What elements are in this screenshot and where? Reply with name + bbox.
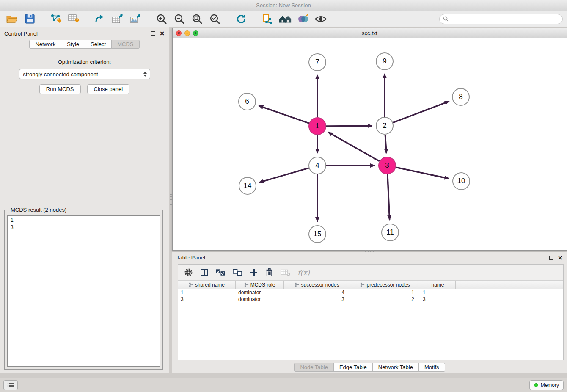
task-history-button[interactable]: [3, 380, 18, 390]
graph-edge-2-8[interactable]: [393, 101, 449, 122]
cell-successor-nodes[interactable]: 4: [284, 290, 350, 295]
graph-edge-2-3[interactable]: [385, 135, 386, 153]
deselect-all-button[interactable]: [233, 269, 242, 276]
open-session-button[interactable]: [4, 12, 19, 26]
tab-motifs[interactable]: Motifs: [418, 363, 445, 372]
graph-node-7[interactable]: 7: [308, 53, 326, 71]
float-panel-icon[interactable]: [151, 31, 155, 36]
table-row[interactable]: 3 dominator 3 2 3: [178, 296, 563, 303]
delete-column-button[interactable]: [265, 268, 273, 277]
close-panel-icon[interactable]: ✕: [160, 31, 165, 36]
mcds-result-list[interactable]: 1 3: [7, 215, 160, 367]
app-title: Session: New Session: [256, 2, 311, 8]
graph-edge-1-2[interactable]: [326, 126, 372, 126]
import-network-button[interactable]: [48, 12, 63, 26]
zoom-selected-button[interactable]: [207, 12, 223, 26]
minimize-window-button[interactable]: −: [184, 30, 190, 36]
close-table-panel-icon[interactable]: ✕: [558, 256, 563, 260]
refresh-button[interactable]: [234, 12, 249, 26]
graph-node-14[interactable]: 14: [239, 177, 256, 195]
global-search[interactable]: [439, 14, 563, 24]
zoom-out-button[interactable]: [172, 12, 187, 26]
close-panel-button[interactable]: Close panel: [87, 84, 130, 94]
import-table-button[interactable]: [66, 12, 81, 26]
select-all-button[interactable]: [216, 269, 226, 276]
tab-network[interactable]: Network: [29, 40, 61, 49]
cell-mcds-role[interactable]: dominator: [236, 290, 284, 295]
cell-shared-name[interactable]: 1: [178, 290, 236, 295]
graph-node-8[interactable]: 8: [452, 88, 470, 106]
clipboard-share-icon: [262, 14, 273, 25]
list-icon: [7, 382, 14, 388]
memory-button[interactable]: Memory: [529, 380, 564, 390]
table-row[interactable]: 1 dominator 4 1 1: [178, 289, 563, 296]
cell-successor-nodes[interactable]: 3: [284, 296, 350, 302]
search-input[interactable]: [451, 16, 559, 22]
graph-edge-3-10[interactable]: [396, 167, 449, 179]
graph-edge-3-1[interactable]: [328, 132, 379, 161]
graph-edge-4-14[interactable]: [259, 168, 309, 182]
column-header-mcds-role[interactable]: MCDS role: [236, 281, 284, 289]
cell-predecessor-nodes[interactable]: 2: [350, 296, 420, 302]
graph-node-4[interactable]: 4: [308, 157, 326, 174]
graph-edge-1-6[interactable]: [259, 106, 309, 124]
cell-name[interactable]: 1: [420, 290, 456, 295]
refresh-icon: [236, 14, 247, 25]
add-column-button[interactable]: [250, 268, 258, 277]
table-settings-button[interactable]: [184, 268, 193, 277]
export-image-button[interactable]: [128, 12, 143, 26]
run-mcds-button[interactable]: Run MCDS: [39, 84, 81, 94]
zoom-in-icon: [156, 14, 167, 25]
graph-node-9[interactable]: 9: [376, 52, 394, 70]
delete-table-button[interactable]: [281, 269, 290, 276]
home-button[interactable]: [278, 12, 293, 26]
tab-network-table[interactable]: Network Table: [372, 363, 419, 372]
export-table-button[interactable]: [110, 12, 125, 26]
tab-node-table[interactable]: Node Table: [294, 363, 334, 372]
zoom-fit-icon: [192, 14, 203, 25]
cell-mcds-role[interactable]: dominator: [236, 296, 284, 302]
show-columns-button[interactable]: [200, 268, 209, 277]
zoom-in-button[interactable]: [154, 12, 169, 26]
tab-mcds[interactable]: MCDS: [111, 40, 139, 49]
column-header-successor-nodes[interactable]: successor nodes: [284, 281, 350, 289]
column-header-name[interactable]: name: [420, 281, 456, 289]
column-header-predecessor-nodes[interactable]: predecessor nodes: [350, 281, 420, 289]
cell-predecessor-nodes[interactable]: 1: [350, 290, 420, 295]
tab-edge-table[interactable]: Edge Table: [333, 363, 373, 372]
network-clipboard-button[interactable]: [260, 12, 275, 26]
tab-select[interactable]: Select: [85, 40, 112, 49]
column-header-shared-name[interactable]: shared name: [178, 281, 236, 289]
graph-edge-3-11[interactable]: [388, 174, 390, 220]
graph-node-2[interactable]: 2: [376, 117, 394, 135]
graph-node-6[interactable]: 6: [238, 93, 256, 110]
graph-node-15[interactable]: 15: [308, 225, 326, 243]
cell-name[interactable]: 3: [420, 296, 456, 302]
fx-icon: f(x): [297, 268, 310, 277]
result-line: 3: [11, 224, 157, 231]
zoom-fit-button[interactable]: [190, 12, 205, 26]
horizontal-splitter[interactable]: [363, 250, 375, 252]
graph-node-11[interactable]: 11: [381, 224, 399, 241]
gear-icon: [184, 268, 193, 277]
criterion-dropdown[interactable]: strongly connected component: [19, 69, 150, 79]
network-canvas[interactable]: 7968124314101511: [173, 38, 567, 250]
home-icon: [278, 14, 292, 24]
close-window-button[interactable]: ×: [176, 30, 182, 36]
table-toolbar: f(x): [178, 265, 563, 281]
new-network-button[interactable]: [92, 12, 107, 26]
style-button[interactable]: [295, 12, 311, 26]
tab-style[interactable]: Style: [61, 40, 85, 49]
graph-node-1[interactable]: 1: [308, 117, 326, 135]
maximize-window-button[interactable]: +: [193, 30, 198, 36]
vertical-splitter[interactable]: [170, 194, 172, 207]
network-arrows-icon: [94, 14, 105, 25]
function-builder-button[interactable]: f(x): [297, 268, 310, 277]
cell-shared-name[interactable]: 3: [178, 296, 236, 302]
graph-node-3[interactable]: 3: [378, 157, 396, 174]
save-session-button[interactable]: [22, 12, 37, 26]
graph-node-10[interactable]: 10: [452, 172, 470, 190]
float-table-panel-icon[interactable]: [549, 256, 553, 260]
table-panel-title: Table Panel: [176, 254, 205, 261]
visibility-button[interactable]: [313, 12, 328, 26]
